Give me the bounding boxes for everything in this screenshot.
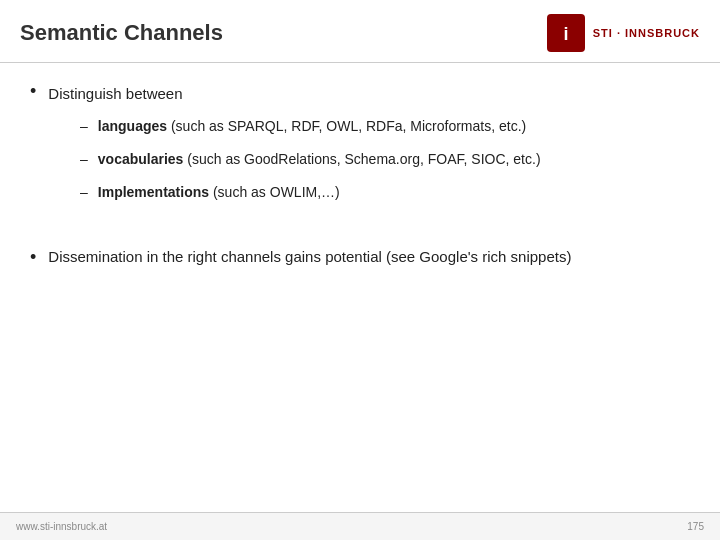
logo-text: STI · INNSBRUCK [593,26,700,40]
slide-title: Semantic Channels [20,20,223,46]
bullet-distinguish: • Distinguish between [30,83,690,106]
sub-text-vocabularies: vocabularies (such as GoodRelations, Sch… [98,149,541,170]
content-area: • Distinguish between – languages (such … [0,63,720,291]
bullet-dot-2: • [30,243,36,272]
sub-dash-1: – [80,116,88,137]
sub-dash-2: – [80,149,88,170]
vocabularies-rest: (such as GoodRelations, Schema.org, FOAF… [183,151,540,167]
bullet-dissemination: • Dissemination in the right channels ga… [30,245,690,272]
languages-bold: languages [98,118,167,134]
dissemination-label: Dissemination in the right channels gain… [48,245,571,269]
footer-url: www.sti-innsbruck.at [16,521,107,532]
spacer [30,215,690,245]
vocabularies-bold: vocabularies [98,151,184,167]
sub-text-languages: languages (such as SPARQL, RDF, OWL, RDF… [98,116,526,137]
implementations-bold: Implementations [98,184,209,200]
bullet-dot-1: • [30,81,36,102]
implementations-rest: (such as OWLIM,…) [209,184,340,200]
sub-text-implementations: Implementations (such as OWLIM,…) [98,182,340,203]
list-item: – vocabularies (such as GoodRelations, S… [80,149,690,170]
distinguish-label: Distinguish between [48,83,182,106]
footer: www.sti-innsbruck.at 175 [0,512,720,540]
svg-text:i: i [563,24,568,44]
sub-dash-3: – [80,182,88,203]
list-item: – Implementations (such as OWLIM,…) [80,182,690,203]
list-item: – languages (such as SPARQL, RDF, OWL, R… [80,116,690,137]
logo: i STI · INNSBRUCK [547,14,700,52]
slide: Semantic Channels i STI · INNSBRUCK • Di… [0,0,720,540]
languages-rest: (such as SPARQL, RDF, OWL, RDFa, Microfo… [167,118,526,134]
header: Semantic Channels i STI · INNSBRUCK [0,0,720,63]
sti-logo-icon: i [547,14,585,52]
footer-page-number: 175 [687,521,704,532]
sub-bullets-list: – languages (such as SPARQL, RDF, OWL, R… [80,116,690,203]
